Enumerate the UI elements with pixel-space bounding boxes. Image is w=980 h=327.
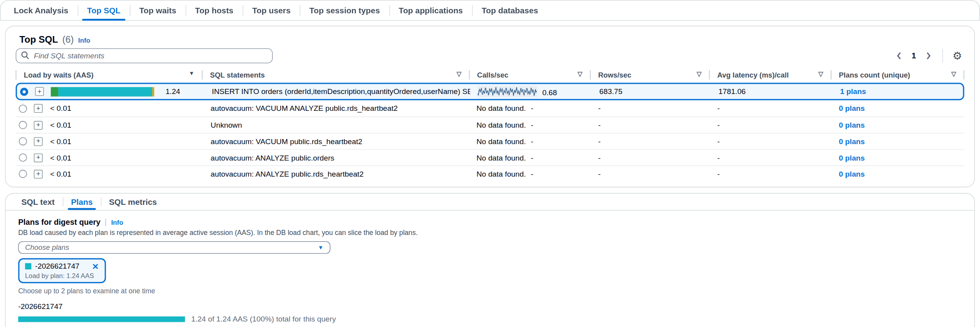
filter-icon[interactable] xyxy=(951,70,956,77)
tab-top-applications[interactable]: Top applications xyxy=(389,1,472,20)
row-radio[interactable] xyxy=(19,104,27,112)
filter-icon[interactable] xyxy=(818,70,823,77)
table-header: Load by waits (AAS) SQL statements Calls… xyxy=(16,68,964,81)
bar-segment-other xyxy=(152,87,154,96)
sql-statement[interactable]: autovacuum: ANALYZE public.orders xyxy=(211,153,335,162)
sql-statement[interactable]: INSERT INTO orders (orderId,itemDescript… xyxy=(212,87,470,96)
chevron-down-icon: ▼ xyxy=(318,244,323,251)
top-sql-panel: Top SQL (6) Info 1 xyxy=(5,26,975,188)
expand-row-icon[interactable] xyxy=(34,104,42,113)
load-cell: < 0.01 xyxy=(16,137,202,146)
search-input[interactable] xyxy=(16,48,273,63)
expand-row-icon[interactable] xyxy=(35,87,44,96)
tab-sql-text[interactable]: SQL text xyxy=(13,193,63,210)
tab-plans[interactable]: Plans xyxy=(63,193,101,210)
plans-link[interactable]: 0 plans xyxy=(839,137,865,146)
load-value: < 0.01 xyxy=(50,137,71,146)
calls-value: - xyxy=(531,153,533,162)
column-header-plans[interactable]: Plans count (unique) xyxy=(831,70,964,79)
tab-lock-analysis[interactable]: Lock Analysis xyxy=(4,1,78,20)
performance-insights-page: Lock Analysis Top SQL Top waits Top host… xyxy=(0,0,980,327)
column-label: Load by waits (AAS) xyxy=(24,71,94,79)
chip-row: -2026621747 ✕ xyxy=(25,262,99,271)
load-cell: < 0.01 xyxy=(16,170,202,178)
column-header-rows[interactable]: Rows/sec xyxy=(590,70,709,79)
plan-load-bar xyxy=(18,316,185,322)
table-toolbar: 1 xyxy=(16,48,964,63)
table-row[interactable]: 1.24 INSERT INTO orders (orderId,itemDes… xyxy=(16,83,964,100)
column-header-latency[interactable]: Avg latency (ms)/call xyxy=(709,70,831,79)
column-label: Plans count (unique) xyxy=(839,71,910,79)
tab-top-hosts[interactable]: Top hosts xyxy=(186,1,243,20)
top-sql-info-link[interactable]: Info xyxy=(78,36,91,44)
table-row[interactable]: < 0.01 autovacuum: VACUUM public.rds_hea… xyxy=(16,133,964,149)
table-row[interactable]: < 0.01 Unknown No data found. - - - 0 pl… xyxy=(16,117,964,133)
plans-link[interactable]: 0 plans xyxy=(839,104,865,113)
table-row[interactable]: < 0.01 autovacuum: ANALYZE public.rds_he… xyxy=(16,165,964,182)
sql-statement[interactable]: autovacuum: VACUUM ANALYZE public.rds_he… xyxy=(211,104,398,113)
column-label: Calls/sec xyxy=(477,71,509,79)
page-number[interactable]: 1 xyxy=(908,51,920,60)
plans-link[interactable]: 0 plans xyxy=(839,153,865,162)
tab-top-session-types[interactable]: Top session types xyxy=(300,1,389,20)
avg-latency-cell: - xyxy=(709,104,831,113)
sort-descending-icon[interactable] xyxy=(189,70,194,76)
sql-cell: Unknown xyxy=(202,121,469,129)
remove-plan-icon[interactable]: ✕ xyxy=(92,262,99,271)
expand-row-icon[interactable] xyxy=(34,137,42,146)
top-sql-header: Top SQL (6) Info xyxy=(20,34,964,44)
select-placeholder: Choose plans xyxy=(25,244,69,251)
next-page-icon[interactable] xyxy=(922,49,935,62)
filter-icon[interactable] xyxy=(456,70,461,77)
expand-row-icon[interactable] xyxy=(34,153,42,162)
tab-top-sql[interactable]: Top SQL xyxy=(78,1,130,20)
row-radio-selected[interactable] xyxy=(20,87,28,96)
plans-tab-content: Plans for digest query Info DB load caus… xyxy=(5,211,974,327)
table-row[interactable]: < 0.01 autovacuum: VACUUM ANALYZE public… xyxy=(16,100,964,117)
plans-hint: Choose up to 2 plans to examine at one t… xyxy=(18,287,962,294)
column-label: Rows/sec xyxy=(598,71,631,79)
sql-statement[interactable]: autovacuum: VACUUM public.rds_heartbeat2 xyxy=(211,137,362,146)
previous-page-icon[interactable] xyxy=(893,49,905,62)
calls-value: - xyxy=(531,137,533,146)
column-header-load[interactable]: Load by waits (AAS) xyxy=(16,70,202,79)
load-value: 1.24 xyxy=(165,87,180,96)
row-radio[interactable] xyxy=(19,154,27,162)
section-title: Plans for digest query xyxy=(18,218,100,227)
panel-count: (6) xyxy=(62,34,74,44)
tab-sql-metrics[interactable]: SQL metrics xyxy=(101,193,165,210)
plans-link[interactable]: 0 plans xyxy=(839,121,865,129)
calls-no-data: No data found. xyxy=(476,153,526,162)
tab-top-users[interactable]: Top users xyxy=(243,1,300,20)
calls-no-data: No data found. xyxy=(476,137,526,146)
row-radio[interactable] xyxy=(19,121,27,129)
load-value: < 0.01 xyxy=(50,104,71,113)
gear-icon[interactable] xyxy=(951,49,964,63)
calls-cell: No data found. - xyxy=(469,153,590,162)
rows-per-sec-cell: 683.75 xyxy=(591,87,710,96)
sql-statement[interactable]: autovacuum: ANALYZE public.rds_heartbeat… xyxy=(211,170,364,178)
column-header-calls[interactable]: Calls/sec xyxy=(469,70,590,79)
choose-plans-select[interactable]: Choose plans ▼ xyxy=(18,241,330,254)
filter-icon[interactable] xyxy=(578,70,582,77)
plans-link[interactable]: 0 plans xyxy=(839,170,865,178)
row-radio[interactable] xyxy=(19,170,27,178)
tab-top-waits[interactable]: Top waits xyxy=(130,1,185,20)
expand-row-icon[interactable] xyxy=(34,170,42,178)
filter-icon[interactable] xyxy=(697,70,701,77)
sql-statement[interactable]: Unknown xyxy=(211,121,242,129)
column-header-sql[interactable]: SQL statements xyxy=(202,70,469,79)
table-row[interactable]: < 0.01 autovacuum: ANALYZE public.orders… xyxy=(16,149,964,166)
plans-count-cell: 0 plans xyxy=(831,137,964,146)
chip-plan-load: Load by plan: 1.24 AAS xyxy=(25,272,99,279)
rows-per-sec-cell: - xyxy=(590,137,709,146)
plans-info-link[interactable]: Info xyxy=(111,219,123,226)
plans-link[interactable]: 1 plans xyxy=(840,87,866,96)
plans-count-cell: 0 plans xyxy=(831,153,964,162)
tab-top-databases[interactable]: Top databases xyxy=(472,1,547,20)
bar-segment-cpu xyxy=(51,87,58,96)
plans-count-cell: 0 plans xyxy=(831,121,964,129)
expand-row-icon[interactable] xyxy=(34,121,42,129)
plan-load-row: 1.24 of 1.24 AAS (100%) total for this q… xyxy=(18,314,962,323)
row-radio[interactable] xyxy=(19,137,27,145)
